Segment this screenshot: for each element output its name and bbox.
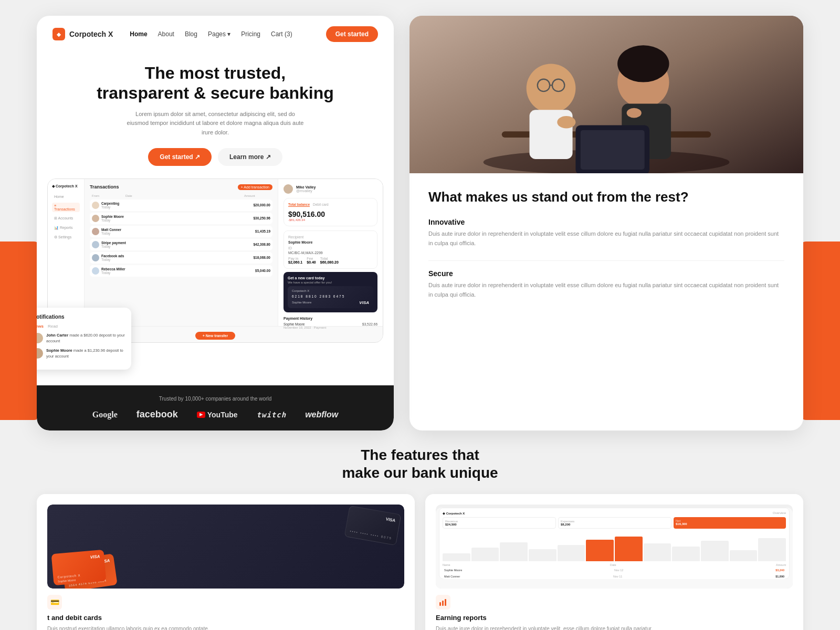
earning-reports-feature: ◆ Corpotech X Overview Revenue $24,500	[425, 494, 803, 630]
notification-item: John Carter made a $620.00 deposit to yo…	[37, 333, 125, 344]
feature-title-secure: Secure	[428, 269, 784, 278]
svg-rect-17	[445, 599, 446, 606]
feature-innovative: Innovative Duis aute irure dolor in repr…	[428, 218, 784, 248]
table-row: Rebecca MillerToday $5,040.00	[90, 265, 272, 277]
earnings-chart	[443, 532, 786, 563]
dash-table-header: From Date Amount	[90, 194, 272, 197]
payment-id: MC/BC-M,MAX-2299	[288, 251, 373, 255]
dashboard-area: ◆ Corpotech X Home ≡ Transactions ⊞ Acco…	[37, 178, 394, 385]
total-balance-tab[interactable]: Total balance	[288, 203, 310, 207]
get-card-promo: Get a new card today We have a special o…	[284, 272, 377, 312]
svg-point-12	[627, 108, 642, 118]
balance-card: Total balance Debit card $90,516.00 -$81…	[284, 198, 377, 226]
dash-main: Transactions + Add transaction From Date…	[85, 179, 278, 326]
transaction-amount: $5,040.00	[255, 269, 270, 272]
brand-name: Corpotech X	[69, 30, 113, 38]
dash-logo: ◆ Corpotech X	[52, 184, 80, 188]
logo-area: ◆ Corpotech X	[52, 28, 113, 40]
cards-visual: VISA •••• •••• •••• 8075 VISA 3564 4578 …	[47, 505, 404, 589]
webflow-logo: webflow	[305, 410, 338, 419]
dark-section: Trusted by 10,000+ companies around the …	[37, 385, 394, 430]
cards-icon: 💳	[47, 595, 62, 610]
notification-text: John Carter made a $620.00 deposit to yo…	[46, 333, 125, 344]
new-transfer-button[interactable]: + New transfer	[195, 332, 235, 340]
navbar-cta-button[interactable]: Get started	[326, 26, 378, 42]
dash-nav-home[interactable]: Home	[52, 194, 80, 200]
standout-card: What makes us stand out from the rest? I…	[410, 16, 803, 430]
twitch-logo: twitch	[257, 411, 287, 419]
dash-nav-accounts[interactable]: ⊞ Accounts	[52, 215, 80, 222]
dark-visa-card: VISA •••• •••• •••• 8075	[344, 506, 402, 545]
avatar	[92, 254, 99, 261]
nav-cart[interactable]: Cart (3)	[271, 30, 292, 38]
table-row: Sophie MooreToday $30,250.96	[90, 213, 272, 224]
main-website-card: ◆ Corpotech X Home About Blog Pages ▾ Pr…	[37, 16, 394, 430]
feature-title-innovative: Innovative	[428, 218, 784, 226]
reports-visual: ◆ Corpotech X Overview Revenue $24,500	[436, 505, 793, 589]
debit-card-tab[interactable]: Debit card	[313, 203, 329, 207]
standout-title: What makes us stand out from the rest?	[428, 189, 784, 205]
hero-section: The most trusted, transparent & secure b…	[37, 52, 394, 178]
dash-section-title: Transactions	[90, 184, 119, 190]
brand-logos-row: Google facebook ▶ YouTube twitch webflow	[52, 409, 378, 420]
svg-rect-14	[581, 130, 645, 170]
debit-card-desc: Duis nostrud exercitation ullamco labori…	[47, 625, 404, 630]
nav-about[interactable]: About	[158, 30, 174, 38]
add-transaction-btn[interactable]: + Add transaction	[238, 184, 272, 190]
notification-text: Sophie Moore made a $1,230.96 deposit to…	[46, 348, 125, 359]
transaction-amount: $1,435.19	[255, 229, 270, 233]
transaction-amount: $30,250.96	[253, 216, 270, 220]
nav-pricing[interactable]: Pricing	[241, 30, 260, 38]
reports-icon	[436, 595, 450, 610]
nav-pages[interactable]: Pages ▾	[208, 30, 230, 38]
dash-nav-transactions[interactable]: ≡ Transactions	[52, 203, 80, 212]
table-row: CarpentingToday $20,000.00	[90, 200, 272, 211]
debit-card-title: t and debit cards	[47, 614, 404, 622]
table-row: Matt ConnerToday $1,435.19	[90, 226, 272, 237]
nav-blog[interactable]: Blog	[185, 30, 197, 38]
transaction-amount: $42,308.80	[253, 243, 270, 246]
avatar	[92, 241, 99, 248]
svg-rect-16	[442, 601, 444, 606]
feature-desc-innovative: Duis aute irure dolor in reprehenderit i…	[428, 229, 784, 248]
dash-nav-reports[interactable]: 📊 Reports	[52, 225, 80, 231]
avatar	[92, 202, 99, 209]
notifications-title: Notifications	[37, 314, 125, 320]
features-section: The features that make our bank unique V…	[37, 446, 803, 630]
avatar	[37, 333, 43, 343]
dash-nav-settings[interactable]: ⚙ Settings	[52, 234, 80, 240]
get-started-button[interactable]: Get started ↗	[148, 148, 212, 166]
transaction-amount: $18,068.00	[253, 256, 270, 259]
reports-card-desc: Duis aute irure dolor in reprehenderit i…	[436, 625, 793, 630]
logo-icon: ◆	[52, 28, 65, 40]
trusted-text: Trusted by 10,000+ companies around the …	[52, 396, 378, 402]
feature-divider	[428, 260, 784, 261]
youtube-logo: ▶ YouTube	[197, 411, 238, 419]
hero-subtitle: Lorem ipsum dolor sit amet, consectetur …	[126, 110, 304, 138]
learn-more-button[interactable]: Learn more ↗	[218, 148, 282, 166]
standout-image	[410, 16, 803, 173]
dash-sidebar: ◆ Corpotech X Home ≡ Transactions ⊞ Acco…	[48, 179, 85, 326]
avatar	[37, 348, 43, 359]
svg-point-11	[617, 45, 669, 82]
features-section-title: The features that make our bank unique	[37, 446, 803, 481]
avatar	[92, 228, 99, 235]
notification-item: Sophie Moore made a $1,230.96 deposit to…	[37, 348, 125, 359]
news-tab[interactable]: News	[37, 324, 44, 329]
notif-tabs: News Read	[37, 324, 125, 329]
svg-point-3	[527, 64, 576, 113]
recipient-name: Sophie Moore	[288, 240, 373, 244]
balance-change: -$81,426.34	[288, 218, 373, 222]
features-grid: VISA •••• •••• •••• 8075 VISA 3564 4578 …	[37, 494, 803, 630]
avatar	[92, 267, 99, 275]
avatar	[92, 215, 99, 222]
transaction-amount: $20,000.00	[253, 203, 270, 207]
table-row: Facebook adsToday $18,068.00	[90, 252, 272, 264]
read-tab[interactable]: Read	[48, 324, 58, 329]
hero-buttons: Get started ↗ Learn more ↗	[58, 148, 373, 166]
svg-rect-15	[439, 602, 441, 606]
standout-content: What makes us stand out from the rest? I…	[410, 173, 803, 430]
table-row: Stripe paymentToday $42,308.80	[90, 239, 272, 250]
nav-home[interactable]: Home	[130, 30, 147, 38]
reports-card-title: Earning reports	[436, 614, 793, 622]
